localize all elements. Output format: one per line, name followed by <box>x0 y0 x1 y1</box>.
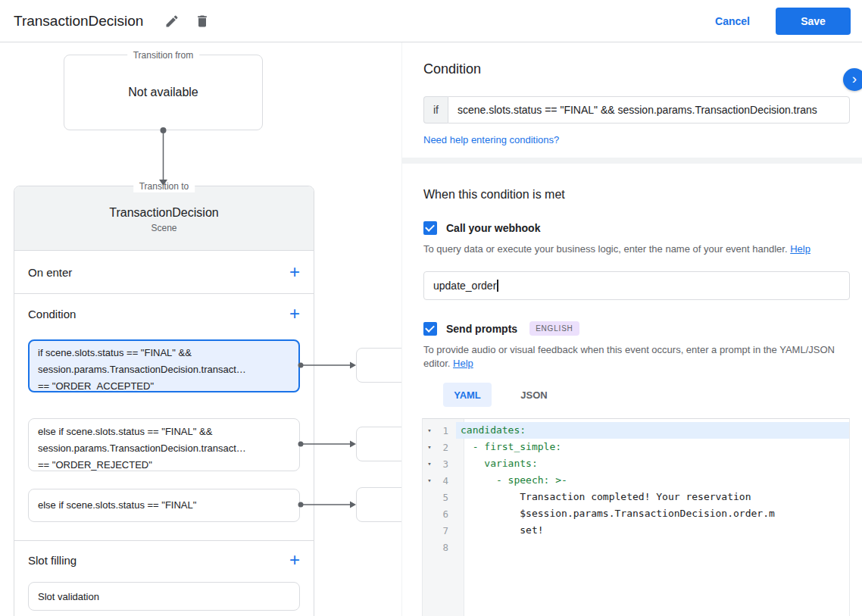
condition-line: else if scene.slots.status == "FINAL" && <box>38 424 290 440</box>
slot-filling-label: Slot filling <box>28 554 77 567</box>
transition-target-box-2[interactable] <box>356 427 401 461</box>
webhook-row: Call your webhook <box>423 221 850 235</box>
code-line[interactable]: 7 set! <box>423 522 849 539</box>
line-number: 1 <box>436 425 456 436</box>
condition-expression-input[interactable] <box>448 96 850 124</box>
edit-icon[interactable] <box>163 12 181 30</box>
webhook-checkbox[interactable] <box>423 221 437 235</box>
save-button[interactable]: Save <box>776 8 851 35</box>
scene-card: Transition to TransactionDecision Scene … <box>14 186 314 616</box>
delete-icon[interactable] <box>193 12 211 30</box>
scene-card-header: TransactionDecision Scene <box>14 186 314 251</box>
on-enter-section-row: On enter + <box>14 251 314 294</box>
transition-from-box: Transition from Not available <box>64 55 263 130</box>
panel-title: Condition <box>423 59 850 79</box>
condition-line: session.params.TransactionDecision.trans… <box>38 440 290 457</box>
scene-subtitle: Scene <box>14 223 314 233</box>
code-line[interactable]: 6 $session.params.TransactionDecision.or… <box>423 505 849 522</box>
code-line[interactable]: 8 <box>423 539 849 555</box>
transition-from-label: Transition from <box>127 49 200 61</box>
condition-line: == "ORDER_ACCEPTED" <box>38 378 290 392</box>
webhook-handler-value: update_order <box>433 280 496 292</box>
topbar: TransactionDecision Cancel Save <box>0 0 862 42</box>
condition-line: session.params.TransactionDecision.trans… <box>38 361 290 378</box>
line-number: 2 <box>436 442 456 453</box>
yaml-editor[interactable]: ▾ 1 candidates: ▾ 2 - first_simple: ▾ 3 … <box>422 418 850 616</box>
code-line[interactable]: ▾ 4 - speech: >- <box>423 472 849 489</box>
code-line[interactable]: ▾ 1 candidates: <box>423 422 849 439</box>
fold-toggle-icon[interactable]: ▾ <box>423 460 436 467</box>
slot-validation-label: Slot validation <box>38 591 99 602</box>
condition-editor-panel: Condition › if Need help entering condit… <box>401 42 862 616</box>
code-line[interactable]: ▾ 3 variants: <box>423 455 849 472</box>
scene-title: TransactionDecision <box>14 206 314 220</box>
if-label: if <box>423 96 448 124</box>
line-number: 4 <box>436 475 456 486</box>
line-number: 6 <box>436 508 456 520</box>
conditions-help-row: Need help entering conditions? <box>423 133 850 146</box>
webhook-handler-input[interactable]: update_order <box>423 271 850 300</box>
condition-line: if scene.slots.status == "FINAL" && <box>38 345 290 361</box>
webhook-description: To query data or execute your business l… <box>423 242 850 256</box>
slot-validation-card[interactable]: Slot validation <box>28 582 300 611</box>
editor-tabs: YAML JSON <box>443 383 850 407</box>
code-text: - first_simple: <box>456 439 849 455</box>
tab-yaml[interactable]: YAML <box>443 383 492 407</box>
webhook-help-link[interactable]: Help <box>790 242 810 256</box>
condition-expression-row: if <box>423 96 850 124</box>
condition-card-accepted[interactable]: if scene.slots.status == "FINAL" && sess… <box>28 339 300 392</box>
webhook-label: Call your webhook <box>446 222 540 234</box>
prompts-description-text: To provide audio or visual feedback when… <box>423 344 835 369</box>
code-text: - speech: >- <box>456 472 849 489</box>
transition-target-box-1[interactable] <box>356 348 401 383</box>
prompts-label: Send prompts <box>446 323 517 335</box>
transition-to-label: Transition to <box>133 180 195 192</box>
section-divider <box>402 158 862 164</box>
page-title: TransactionDecision <box>14 13 143 30</box>
add-on-enter-button[interactable]: + <box>289 264 300 280</box>
panel-header: Condition › <box>402 59 862 79</box>
fold-toggle-icon[interactable]: ▾ <box>423 427 436 434</box>
prompts-row: Send prompts ENGLISH <box>423 321 850 336</box>
add-slot-button[interactable]: + <box>289 552 300 568</box>
when-met-title: When this condition is met <box>423 186 850 203</box>
app-window: TransactionDecision Cancel Save Transiti… <box>0 0 862 616</box>
prompts-description: To provide audio or visual feedback when… <box>423 343 850 371</box>
language-badge: ENGLISH <box>529 321 579 336</box>
code-text: Transaction completed! Your reservation <box>456 489 849 505</box>
text-cursor <box>497 280 498 292</box>
condition-section-label: Condition <box>28 308 76 321</box>
tab-json[interactable]: JSON <box>510 383 558 407</box>
condition-line: else if scene.slots.status == "FINAL" <box>38 497 196 514</box>
collapse-panel-button[interactable]: › <box>843 68 862 91</box>
on-enter-label: On enter <box>28 266 72 279</box>
conditions-help-link[interactable]: Need help entering conditions? <box>423 134 559 145</box>
prompts-help-link[interactable]: Help <box>453 357 473 371</box>
code-text: $session.params.TransactionDecision.orde… <box>456 505 849 522</box>
line-number: 8 <box>436 542 456 553</box>
code-text: candidates: <box>456 422 849 439</box>
code-line[interactable]: 5 Transaction completed! Your reservatio… <box>423 489 849 505</box>
condition-line: == "ORDER_REJECTED" <box>38 457 290 471</box>
cancel-button[interactable]: Cancel <box>715 15 750 27</box>
line-number: 7 <box>436 525 456 536</box>
line-number: 3 <box>436 458 456 470</box>
condition-card-final[interactable]: else if scene.slots.status == "FINAL" <box>28 489 300 522</box>
condition-section: Condition + if scene.slots.status == "FI… <box>14 294 314 541</box>
code-text: set! <box>456 522 849 539</box>
prompts-checkbox[interactable] <box>423 322 437 336</box>
transition-from-content: Not available <box>128 86 198 99</box>
transition-target-box-3[interactable] <box>356 487 401 522</box>
code-text: variants: <box>456 455 849 472</box>
fold-toggle-icon[interactable]: ▾ <box>423 477 436 484</box>
code-line[interactable]: ▾ 2 - first_simple: <box>423 439 849 455</box>
slot-filling-section-row: Slot filling + <box>14 541 314 579</box>
scene-diagram: Transition from Not available Transition… <box>0 42 401 616</box>
webhook-description-text: To query data or execute your business l… <box>423 243 788 255</box>
fold-toggle-icon[interactable]: ▾ <box>423 443 436 451</box>
line-number: 5 <box>436 492 456 503</box>
chevron-right-icon: › <box>852 71 857 86</box>
condition-section-row: Condition + <box>14 294 314 333</box>
condition-card-rejected[interactable]: else if scene.slots.status == "FINAL" &&… <box>28 418 300 471</box>
add-condition-button[interactable]: + <box>289 306 300 321</box>
